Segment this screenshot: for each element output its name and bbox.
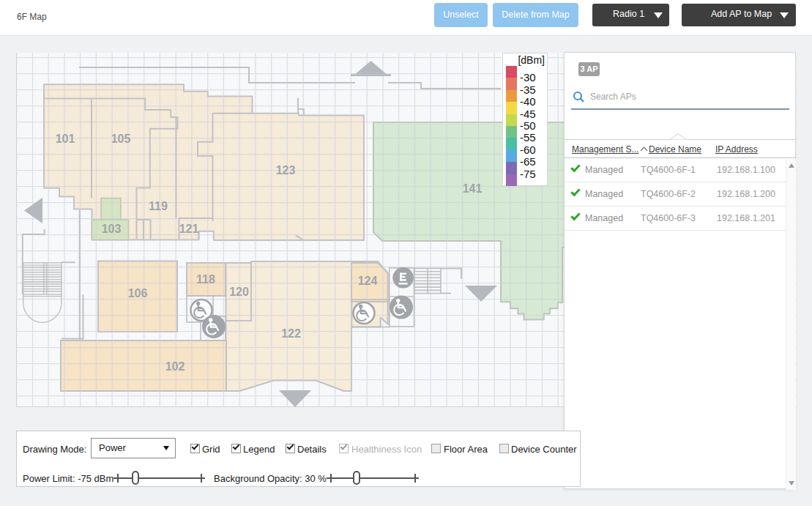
svg-text:124: 124 (358, 275, 378, 287)
svg-text:121: 121 (179, 223, 199, 235)
svg-text:119: 119 (149, 200, 168, 212)
svg-text:103: 103 (102, 223, 122, 235)
svg-text:106: 106 (128, 287, 148, 299)
svg-text:105: 105 (111, 133, 131, 145)
svg-text:122: 122 (281, 327, 301, 340)
svg-text:141: 141 (463, 182, 483, 195)
svg-text:101: 101 (56, 133, 75, 145)
svg-text:123: 123 (276, 164, 296, 176)
svg-text:120: 120 (229, 286, 249, 298)
svg-text:118: 118 (196, 273, 215, 286)
svg-text:102: 102 (165, 360, 185, 373)
